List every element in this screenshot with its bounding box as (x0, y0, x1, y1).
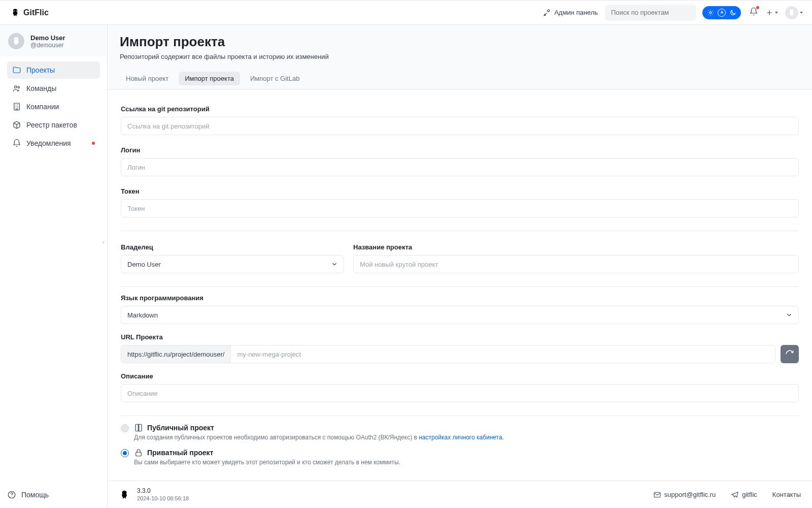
sidebar-item-label: Уведомления (26, 139, 71, 147)
lang-label: Язык программирования (121, 294, 799, 302)
sidebar-item-label: Команды (26, 84, 56, 92)
profile-settings-link[interactable]: настройках личного кабинета. (419, 434, 504, 441)
visibility-private-title: Приватный проект (147, 449, 213, 457)
form-content: Ссылка на git репозиторий Логин Токен Вл… (108, 90, 812, 508)
svg-point-3 (709, 12, 712, 14)
book-icon (134, 423, 143, 432)
building-icon (12, 102, 21, 111)
moon-icon[interactable] (729, 9, 737, 17)
desc-label: Описание (121, 372, 799, 380)
sidebar-item-notifications[interactable]: Уведомления (7, 135, 100, 152)
url-slug-input[interactable] (231, 345, 775, 363)
avatar-icon (787, 8, 796, 17)
sidebar-item-label: Реестр пакетов (26, 121, 77, 129)
lang-select[interactable] (121, 306, 799, 324)
divider (121, 287, 799, 287)
notifications-button[interactable] (749, 7, 758, 18)
search-input[interactable] (610, 8, 697, 17)
tab-new-project[interactable]: Новый проект (120, 72, 175, 85)
repo-url-label: Ссылка на git репозиторий (121, 105, 799, 113)
sidebar-item-label: Компании (26, 103, 59, 111)
users-icon (12, 84, 21, 93)
notification-dot (756, 6, 759, 9)
tools-icon (543, 9, 551, 17)
visibility-public-row: Публичный проект Для создания публичных … (121, 423, 799, 441)
version: 3.3.0 (137, 487, 189, 495)
create-menu[interactable] (765, 9, 778, 17)
page-subtitle: Репозиторий содержит все файлы проекта и… (120, 53, 800, 60)
visibility-public-radio (121, 424, 129, 432)
admin-panel-label: Админ панель (554, 9, 598, 16)
avatar-icon (11, 36, 22, 47)
support-email-link[interactable]: support@gitflic.ru (653, 491, 716, 499)
sidebar-item-packages[interactable]: Реестр пакетов (7, 116, 100, 134)
contacts-link[interactable]: Контакты (772, 491, 801, 498)
sidebar-item-teams[interactable]: Команды (7, 80, 100, 97)
svg-point-0 (14, 10, 15, 11)
token-input[interactable] (121, 199, 799, 217)
chevron-down-icon (775, 12, 778, 14)
sidebar-nav: Проекты Команды Компании Реестр пакетов … (0, 56, 107, 157)
svg-point-8 (12, 496, 12, 497)
svg-rect-9 (136, 452, 142, 456)
refresh-url-button[interactable] (781, 345, 799, 363)
chevron-down-icon (800, 12, 803, 14)
sidebar-user[interactable]: Demo User @demouser (0, 25, 107, 56)
main: Импорт проекта Репозиторий содержит все … (108, 25, 812, 508)
tabs: Новый проект Импорт проекта Импорт с Git… (108, 68, 812, 90)
notification-dot (92, 142, 95, 145)
user-handle: @demouser (30, 42, 65, 49)
brand-text: GitFlic (23, 8, 49, 17)
theme-switch[interactable] (702, 6, 741, 19)
owner-label: Владелец (121, 243, 344, 251)
project-name-label: Название проекта (353, 243, 799, 251)
tab-import-project[interactable]: Импорт проекта (179, 72, 240, 85)
help-icon (7, 490, 16, 499)
avatar (785, 6, 798, 19)
logo-icon (119, 489, 130, 500)
bell-icon (12, 139, 21, 148)
gear-icon[interactable] (706, 9, 715, 17)
sidebar-help[interactable]: Помощь (7, 490, 49, 499)
page-header: Импорт проекта Репозиторий содержит все … (108, 25, 812, 68)
svg-point-1 (16, 10, 17, 11)
sidebar-collapse[interactable] (99, 233, 108, 251)
sidebar-item-companies[interactable]: Компании (7, 98, 100, 115)
visibility-public-desc: Для создания публичных проектов необходи… (134, 434, 504, 441)
refresh-icon (785, 350, 794, 359)
token-label: Токен (121, 187, 799, 195)
admin-panel-link[interactable]: Админ панель (543, 9, 598, 17)
sidebar: Demo User @demouser Проекты Команды Комп… (0, 25, 108, 508)
telegram-link[interactable]: gitflic (731, 491, 757, 499)
divider (121, 416, 799, 416)
url-prefix: https://gitflic.ru/project/demouser/ (121, 345, 231, 363)
visibility-private-desc: Вы сами выбираете кто может увидеть этот… (134, 459, 400, 466)
telegram-icon (731, 491, 739, 499)
package-icon (12, 120, 21, 130)
tab-import-gitlab[interactable]: Импорт с GitLab (244, 72, 306, 85)
global-search[interactable] (605, 5, 696, 21)
visibility-private-radio[interactable] (121, 449, 129, 457)
logo-icon (10, 8, 20, 18)
divider (121, 231, 799, 231)
user-name: Demo User (30, 34, 65, 42)
owner-select[interactable] (121, 255, 344, 273)
visibility-private-row[interactable]: Приватный проект Вы сами выбираете кто м… (121, 448, 799, 466)
sidebar-item-label: Проекты (26, 66, 55, 74)
footer: 3.3.0 2024-10-10 06:56:18 support@gitfli… (108, 481, 812, 508)
lock-icon (134, 448, 143, 457)
desc-input[interactable] (121, 384, 799, 402)
auto-theme-icon[interactable] (718, 9, 726, 17)
user-menu[interactable] (785, 6, 803, 19)
project-name-input[interactable] (353, 255, 799, 273)
topbar: GitFlic Админ панель (0, 1, 812, 25)
login-input[interactable] (121, 158, 799, 176)
svg-point-4 (15, 86, 17, 88)
svg-rect-10 (654, 492, 660, 497)
login-label: Логин (121, 146, 799, 154)
sidebar-item-projects[interactable]: Проекты (7, 61, 100, 79)
brand[interactable]: GitFlic (10, 8, 49, 18)
repo-url-input[interactable] (121, 117, 799, 135)
avatar (8, 33, 24, 49)
url-label: URL Проекта (121, 333, 799, 341)
